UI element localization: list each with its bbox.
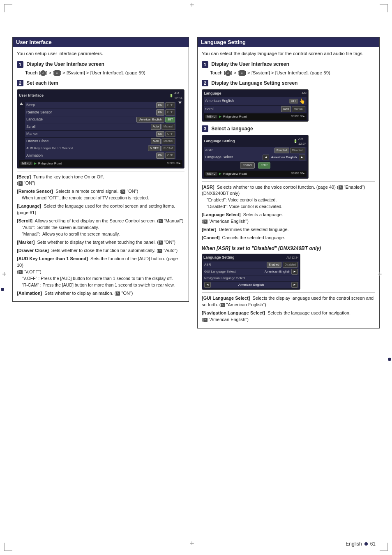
desc-asr: [ASR] Selects whether to use the voice c… (202, 184, 375, 210)
desc-scroll: [Scroll] Allows scrolling of text displa… (17, 218, 184, 238)
step2-marker-left: 2 (17, 80, 23, 86)
step2-nav-bar: MENU ▶ Ridgeview Road 99999.99▸ (204, 113, 307, 120)
btn-auto-drawer[interactable]: Auto (151, 138, 161, 144)
step2-mileage: 99999.99▸ (291, 114, 305, 119)
step2-off-btn[interactable]: OFF (289, 99, 298, 104)
btn-on-beep[interactable]: ON (156, 102, 165, 109)
step2-menu-btn[interactable]: MENU (205, 115, 217, 118)
device-row-scroll: Scroll Auto Manual (25, 123, 176, 130)
lang-select-value: American English (270, 155, 298, 160)
btn-cancel[interactable]: Cancel (240, 162, 255, 169)
step2-screen-header: Language AM (204, 91, 307, 97)
device-menu-btn-left[interactable]: MENU (21, 162, 32, 165)
desc-drawer-close: [Drawer Close] Sets whether to close the… (17, 247, 184, 254)
btn-off-remote[interactable]: OFF (165, 109, 175, 116)
note-icon-gui: ✎ (221, 303, 225, 307)
note-icon-beep: ✎ (18, 181, 23, 185)
btn-lang-value[interactable]: American English (136, 117, 164, 123)
note-icon-remote: ✎ (121, 190, 125, 194)
home-icon-right: ⌂ (225, 70, 231, 76)
btn-off-beep[interactable]: OFF (165, 102, 175, 109)
nav-lang-left-arrow[interactable]: ◄ (204, 282, 211, 288)
device-status-left: 🔋 AM12:34 (169, 91, 182, 101)
nav-lang-right-arrow[interactable]: ► (291, 282, 298, 288)
step2-nav-icon: ▶ (219, 114, 221, 119)
step1-title-left: 1 Display the User Interface screen (17, 60, 184, 68)
step3-marker-right: 3 (202, 125, 208, 132)
asr-row-disabled: ASR Enabled Disabled (203, 261, 299, 268)
btn-lang-left[interactable]: ◄ (263, 155, 269, 160)
btn-off-animation[interactable]: OFF (165, 153, 175, 159)
btn-voff-aud[interactable]: V OFF (148, 146, 161, 152)
device-row-remote: Remote Sensor ON OFF (25, 109, 176, 116)
note-icon-scroll: ✎ (159, 219, 163, 223)
device-time-left: AM12:34 (174, 91, 182, 101)
note-icon-asr: ✎ (339, 185, 343, 190)
note-icon-nav: ✎ (203, 318, 208, 322)
note-icon-langselect: ✎ (203, 220, 208, 224)
desc-language: [Language] Select the language used for … (17, 203, 184, 216)
crosshair-bottom: + (192, 543, 200, 551)
user-interface-intro: You can setup user interface parameters. (17, 50, 184, 57)
menu-icon-right: ≡ (239, 70, 245, 76)
device-nav-bar-left: MENU ▶ Ridgeview Road 99999.99▸ (19, 160, 182, 167)
step3-menu-btn[interactable]: MENU (205, 172, 217, 176)
btn-asr-disabled[interactable]: Disabled (290, 148, 305, 154)
trim-mark-bl (4, 543, 12, 551)
btn-rcam-aud[interactable]: R-CAM (161, 146, 175, 152)
nav-icon-left: ▶ (34, 161, 37, 166)
divider-right (202, 181, 375, 182)
btn-on-animation[interactable]: ON (156, 153, 165, 159)
user-interface-title: User Interface (16, 39, 52, 45)
note-icon-drawer: ✎ (158, 249, 162, 253)
btn-off-marker[interactable]: OFF (165, 131, 175, 137)
btn-on-marker[interactable]: ON (156, 131, 165, 137)
btn-manual-scroll[interactable]: Manual (161, 124, 175, 130)
gui-lang-value: American English (263, 269, 291, 274)
step2-manual-btn[interactable]: Manual (292, 106, 305, 112)
divider-left (17, 171, 184, 171)
step1-marker-left: 1 (17, 61, 23, 68)
device-screen-asr-disabled: Language Setting AM 12:34 ASR Enabled Di… (202, 254, 300, 290)
device-address-left: Ridgeview Road (38, 161, 167, 166)
btn-lang-right[interactable]: ► (299, 155, 305, 160)
desc-animation: [Animation] Sets whether to display anim… (17, 290, 184, 297)
gui-lang-arrow[interactable]: ► (291, 269, 298, 275)
step2-lang-value: American English (205, 98, 289, 104)
step2-auto-btn[interactable]: Auto (281, 106, 291, 112)
trim-mark-tr (380, 4, 388, 12)
btn-manual-drawer[interactable]: Manual (161, 138, 175, 144)
step2-title-right: 2 Display the Language Setting screen (202, 79, 375, 87)
desc-cancel: [Cancel] Cancels the selected language. (202, 235, 375, 241)
step3-mileage: 99999.99▸ (291, 171, 305, 176)
device-row-aud: AUD Key Longer than 1 Second V OFF R-CAM (25, 145, 176, 152)
nav-lang-value: American English (211, 282, 291, 287)
step1-marker-right: 1 (202, 61, 208, 68)
btn-on-remote[interactable]: ON (156, 109, 165, 116)
gui-lang-row: GUI Language Select American English ► (203, 268, 299, 275)
scroll-arrows (19, 102, 24, 105)
btn-enter[interactable]: Enter (258, 162, 271, 169)
trim-mark-tl (4, 4, 12, 12)
user-interface-section: User Interface You can setup user interf… (12, 37, 189, 302)
device-screen-left: User Interface 🔋 AM12:34 (17, 89, 184, 169)
device-title-left: User Interface (19, 93, 44, 99)
btn-auto-scroll[interactable]: Auto (151, 124, 161, 130)
btn-asr-enabled[interactable]: Enabled (274, 148, 289, 154)
step2-title-left: 2 Set each item (17, 79, 184, 87)
step3-row-langselect: Language Select ◄ American English ► (204, 154, 307, 161)
asr-enabled-btn-small[interactable]: Enabled (267, 262, 281, 268)
step1-touch-right: Touch [⌂] > [≡] > [System] > [User Inter… (210, 69, 375, 76)
asr-disabled-btn-small[interactable]: Disabled (283, 262, 298, 268)
language-setting-header: Language Setting (198, 37, 379, 47)
desc-beep: [Beep] Turns the key touch tone On or Of… (17, 174, 184, 187)
touch-hand-icon: 👆 (299, 97, 305, 105)
language-setting-title: Language Setting (201, 39, 246, 45)
when-asr-disabled-title: When [ASR] is set to "Disabled" (DNX9240… (202, 245, 375, 252)
btn-set-lang[interactable]: SET (165, 117, 175, 123)
page-number: 61 (370, 541, 376, 547)
device-rows-left: Beep ON OFF Remote Sensor (25, 102, 176, 160)
step2-row-lang: American English OFF 👆 (204, 97, 307, 105)
device-screen-header-left: User Interface 🔋 AM12:34 (19, 91, 182, 101)
step3-action-row: Cancel Enter (204, 161, 307, 170)
